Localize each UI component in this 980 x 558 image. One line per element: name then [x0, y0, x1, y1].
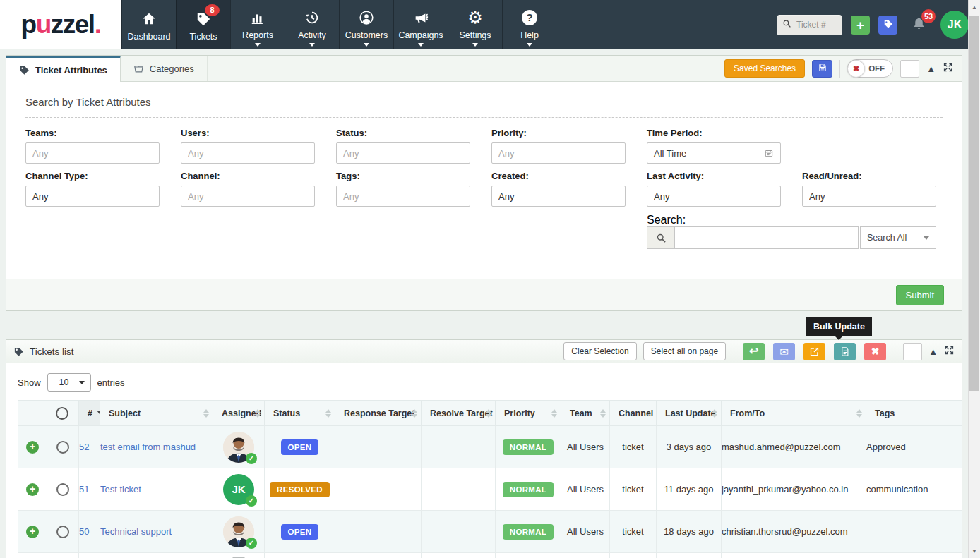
field-users: Users:	[181, 128, 315, 164]
auto-refresh-toggle[interactable]: ✖ OFF	[847, 59, 893, 78]
fullscreen-button[interactable]	[944, 345, 955, 358]
assignee-avatar[interactable]: ✓	[223, 516, 254, 547]
column-header-from_to[interactable]: From/To	[722, 401, 866, 426]
field-created-input[interactable]	[491, 186, 626, 207]
ticket-subject-link[interactable]: Technical support	[100, 526, 172, 537]
search-icon[interactable]	[647, 226, 674, 249]
select-row-radio[interactable]	[56, 441, 69, 454]
folder-icon	[133, 63, 144, 74]
nav-item-dashboard[interactable]: Dashboard	[121, 0, 176, 49]
field-priority-input[interactable]	[491, 142, 626, 164]
assignee-avatar[interactable]: JK✓	[223, 474, 254, 505]
column-header-response_target[interactable]: Response Target	[335, 401, 422, 426]
notifications-button[interactable]: 53	[912, 16, 926, 35]
cell-tags	[866, 511, 963, 553]
column-header-priority[interactable]: Priority	[496, 401, 561, 426]
column-header-channel[interactable]: Channel	[610, 401, 657, 426]
tab-ticket-attributes[interactable]: Ticket Attributes	[6, 56, 121, 82]
column-header-resolve_target[interactable]: Resolve Target	[422, 401, 496, 426]
nav-item-customers[interactable]: Customers	[339, 0, 393, 49]
keyword-search-input[interactable]	[674, 226, 859, 249]
clear-selection-button[interactable]: Clear Selection	[563, 342, 636, 360]
delete-button[interactable]: ✖	[864, 343, 886, 360]
field-status-input[interactable]	[336, 142, 470, 164]
open-mail-button[interactable]: ✉	[773, 343, 795, 360]
tags-button[interactable]	[878, 16, 897, 35]
column-header-radio[interactable]	[47, 401, 79, 426]
sort-up-caret	[856, 409, 862, 413]
collapse-panel-button[interactable]: ▲	[926, 64, 936, 73]
ticket-id-link[interactable]: 52	[79, 442, 89, 452]
cell-expand: +	[18, 426, 47, 468]
field-time-period-input[interactable]: All Time	[647, 142, 781, 164]
chevron-down-icon	[255, 43, 261, 49]
saved-searches-button[interactable]: Saved Searches	[724, 59, 805, 78]
search-scope-select[interactable]: Search All	[860, 226, 936, 249]
fullscreen-button[interactable]	[943, 62, 953, 75]
tab-categories[interactable]: Categories	[121, 56, 208, 81]
field-tags-input[interactable]	[336, 186, 470, 207]
expand-row-button[interactable]: +	[26, 441, 39, 454]
column-header-assigned[interactable]: Assigned	[213, 401, 265, 426]
select-all-button[interactable]: Select all on page	[643, 342, 726, 360]
field-channel-input[interactable]	[181, 186, 315, 207]
cell-tags	[866, 553, 963, 558]
submit-button[interactable]: Submit	[896, 285, 944, 305]
priority-badge: NORMAL	[503, 482, 554, 497]
ticket-subject-link[interactable]: Test ticket	[100, 484, 141, 495]
select-row-radio[interactable]	[56, 483, 69, 496]
ticket-number-input[interactable]	[795, 19, 837, 30]
search-scope-value: Search All	[867, 233, 907, 243]
bulk-update-button[interactable]	[834, 343, 856, 360]
ticket-id-link[interactable]: 50	[79, 526, 89, 537]
export-button[interactable]	[803, 343, 825, 360]
nav-item-label: Tickets	[189, 32, 217, 42]
assignee-avatar[interactable]: ✓	[223, 432, 254, 463]
delete-icon: ✖	[871, 346, 880, 356]
select-row-radio[interactable]	[56, 526, 69, 538]
sort-up-caret	[325, 409, 331, 413]
campaigns-icon	[413, 8, 429, 27]
cell-team: All Users	[561, 468, 610, 511]
ticket-subject-link[interactable]: test email from mashud	[100, 442, 196, 452]
nav-item-help[interactable]: ?Help	[502, 0, 556, 49]
new-ticket-button[interactable]: +	[851, 16, 870, 35]
expand-row-button[interactable]: +	[26, 526, 39, 538]
vertical-scrollbar[interactable]: ▲ ▼	[968, 0, 980, 558]
collapse-panel-button[interactable]: ▲	[928, 347, 938, 356]
panel-checkbox[interactable]	[903, 343, 922, 360]
field-read-unread-input[interactable]	[802, 186, 936, 207]
select-all-radio[interactable]	[56, 407, 68, 420]
field-users-input[interactable]	[181, 142, 315, 164]
column-header-subject[interactable]: Subject	[100, 401, 213, 426]
ticket-number-search[interactable]	[777, 15, 842, 35]
nav-item-reports[interactable]: Reports	[230, 0, 285, 49]
column-header-id[interactable]: #	[79, 401, 100, 426]
nav-item-activity[interactable]: Activity	[285, 0, 339, 49]
sort-icon	[551, 409, 557, 418]
expand-row-button[interactable]: +	[26, 483, 39, 496]
ticket-id-link[interactable]: 51	[79, 484, 89, 495]
column-label: Team	[570, 408, 592, 418]
field-last-activity-input[interactable]	[647, 186, 781, 207]
column-header-team[interactable]: Team	[561, 401, 610, 426]
nav-item-campaigns[interactable]: Campaigns	[393, 0, 448, 49]
column-header-last_update[interactable]: Last Update	[657, 401, 722, 426]
user-avatar[interactable]: JK	[940, 11, 969, 39]
sort-down-caret	[203, 414, 209, 418]
reply-button[interactable]: ↩	[743, 343, 765, 360]
help-icon: ?	[522, 8, 537, 27]
panel-checkbox[interactable]	[900, 60, 919, 78]
field-channel-type-input[interactable]	[25, 186, 160, 207]
nav-item-settings[interactable]: ⚙Settings	[448, 0, 502, 49]
field-teams-input[interactable]	[25, 142, 160, 164]
scrollbar-thumb[interactable]	[969, 16, 979, 391]
column-header-status[interactable]: Status	[265, 401, 335, 426]
scroll-up-arrow[interactable]: ▲	[969, 1, 980, 13]
scroll-down-arrow[interactable]: ▼	[969, 545, 980, 557]
puzzel-logo[interactable]: puzzel.	[0, 0, 121, 49]
nav-item-tickets[interactable]: 8Tickets	[176, 0, 230, 49]
column-header-tags[interactable]: Tags	[866, 401, 963, 426]
save-search-button[interactable]	[812, 60, 832, 78]
page-size-select[interactable]: 10	[47, 373, 91, 392]
